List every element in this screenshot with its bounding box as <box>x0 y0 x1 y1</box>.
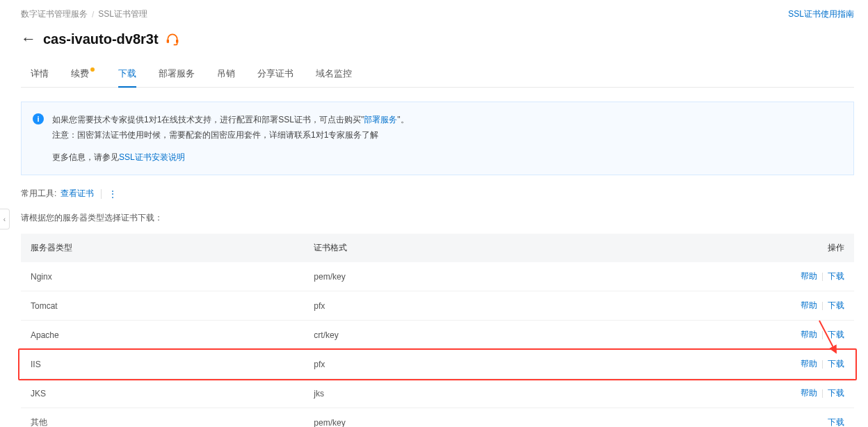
svg-rect-1 <box>176 40 178 43</box>
more-dots-icon[interactable]: ⋮ <box>108 189 118 199</box>
separator: | <box>821 300 823 310</box>
breadcrumb-root[interactable]: 数字证书管理服务 <box>21 8 88 20</box>
notice-line1b: "。 <box>397 115 408 124</box>
help-link[interactable]: 帮助 <box>801 300 817 310</box>
cell-actions: 下载 <box>754 408 854 428</box>
cell-server: Apache <box>21 321 304 350</box>
headset-icon[interactable] <box>166 32 179 46</box>
cell-format: pem/key <box>304 408 754 428</box>
download-link[interactable]: 下载 <box>828 300 844 310</box>
cell-actions: 帮助|下载 <box>754 262 854 291</box>
cell-format: jks <box>304 379 754 408</box>
tab-label: 续费 <box>71 67 89 80</box>
info-notice: i 如果您需要技术专家提供1对1在线技术支持，进行配置和部署SSL证书，可点击购… <box>21 102 854 175</box>
tools-label: 常用工具: <box>21 188 56 200</box>
tab-6[interactable]: 域名监控 <box>316 67 352 87</box>
cell-server: 其他 <box>21 408 304 428</box>
view-cert-link[interactable]: 查看证书 <box>61 188 94 200</box>
cell-actions: 帮助|下载 <box>754 291 854 321</box>
separator: | <box>821 330 823 339</box>
download-link[interactable]: 下载 <box>828 330 844 339</box>
tab-5[interactable]: 分享证书 <box>257 67 294 87</box>
tab-label: 下载 <box>118 67 136 80</box>
table-row: 其他pem/key下载 <box>21 408 854 428</box>
col-format: 证书格式 <box>304 234 754 262</box>
cell-format: crt/key <box>304 321 754 350</box>
cell-server: Tomcat <box>21 291 304 321</box>
separator: | <box>821 388 823 398</box>
usage-guide-link[interactable]: SSL证书使用指南 <box>788 8 854 20</box>
edge-collapse-handle[interactable]: ‹ <box>0 209 10 229</box>
tab-label: 域名监控 <box>316 67 352 80</box>
separator: | <box>821 359 823 369</box>
download-link[interactable]: 下载 <box>828 388 844 398</box>
svg-rect-0 <box>166 40 168 43</box>
tab-label: 部署服务 <box>159 67 195 80</box>
cell-server: Nginx <box>21 262 304 291</box>
notice-line2: 注意：国密算法证书使用时候，需要配套的国密应用套件，详细请联系1对1专家服务了解 <box>52 127 409 143</box>
cell-format: pem/key <box>304 262 754 291</box>
tab-1[interactable]: 续费 <box>71 67 96 87</box>
cell-format: pfx <box>304 291 754 321</box>
tools-row: 常用工具: 查看证书 ⋮ <box>21 188 854 200</box>
breadcrumb: 数字证书管理服务 / SSL证书管理 SSL证书使用指南 <box>21 8 854 20</box>
table-subtitle: 请根据您的服务器类型选择证书下载： <box>21 212 854 224</box>
table-row: Tomcatpfx帮助|下载 <box>21 291 854 321</box>
table-row: Nginxpem/key帮助|下载 <box>21 262 854 291</box>
help-link[interactable]: 帮助 <box>801 330 817 339</box>
tab-label: 吊销 <box>217 67 235 80</box>
tab-label: 分享证书 <box>257 67 294 80</box>
cell-format: pfx <box>304 350 754 379</box>
cell-actions: 帮助|下载 <box>754 379 854 408</box>
table-row: Apachecrt/key帮助|下载 <box>21 321 854 350</box>
install-guide-link[interactable]: SSL证书安装说明 <box>119 152 185 162</box>
page-title: cas-ivauto-dv8r3t <box>43 31 159 47</box>
download-link[interactable]: 下载 <box>828 359 844 369</box>
tab-4[interactable]: 吊销 <box>217 67 235 87</box>
download-link[interactable]: 下载 <box>828 271 844 281</box>
tab-label: 详情 <box>31 67 49 80</box>
download-table: 服务器类型 证书格式 操作 Nginxpem/key帮助|下载Tomcatpfx… <box>21 234 854 427</box>
separator <box>101 189 102 199</box>
badge-dot-icon <box>90 67 95 72</box>
separator: | <box>821 271 823 281</box>
breadcrumb-current: SSL证书管理 <box>98 8 147 20</box>
tab-0[interactable]: 详情 <box>31 67 49 87</box>
table-row: JKSjks帮助|下载 <box>21 379 854 408</box>
deploy-service-link[interactable]: 部署服务 <box>364 115 397 124</box>
help-link[interactable]: 帮助 <box>801 359 817 369</box>
col-server: 服务器类型 <box>21 234 304 262</box>
cell-actions: 帮助|下载 <box>754 321 854 350</box>
cell-actions: 帮助|下载 <box>754 350 854 379</box>
cell-server: JKS <box>21 379 304 408</box>
notice-line1a: 如果您需要技术专家提供1对1在线技术支持，进行配置和部署SSL证书，可点击购买" <box>52 115 364 124</box>
tab-2[interactable]: 下载 <box>118 67 136 87</box>
table-row: IISpfx帮助|下载 <box>21 350 854 379</box>
back-arrow-icon[interactable]: ← <box>21 30 36 48</box>
help-link[interactable]: 帮助 <box>801 388 817 398</box>
tab-3[interactable]: 部署服务 <box>159 67 195 87</box>
cell-server: IIS <box>21 350 304 379</box>
tabs: 详情续费下载部署服务吊销分享证书域名监控 <box>21 67 854 88</box>
help-link[interactable]: 帮助 <box>801 271 817 281</box>
download-link[interactable]: 下载 <box>828 417 844 427</box>
breadcrumb-sep: / <box>92 10 94 19</box>
info-icon: i <box>33 113 44 124</box>
col-actions: 操作 <box>754 234 854 262</box>
notice-line3a: 更多信息，请参见 <box>52 152 119 162</box>
